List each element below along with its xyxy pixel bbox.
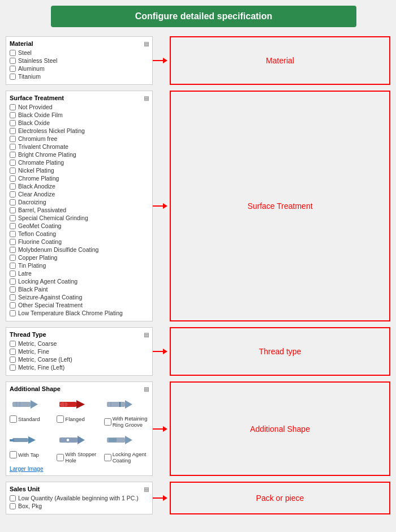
st-checkbox-trivalent[interactable] <box>10 144 16 150</box>
material-checkbox-aluminum[interactable] <box>10 66 16 72</box>
st-checkbox-locking-agent[interactable] <box>10 278 16 285</box>
shape-label-standard: Standard <box>18 416 40 422</box>
thread-type-panel-title: Thread Type <box>10 331 46 338</box>
st-checkbox-copper[interactable] <box>10 255 16 261</box>
st-checkbox-clear-anodize[interactable] <box>10 191 16 198</box>
material-label: Material <box>266 56 294 65</box>
material-panel-title: Material <box>10 40 33 47</box>
surface-treatment-panel-icon[interactable]: ▤ <box>144 95 149 101</box>
svg-rect-0 <box>12 402 31 407</box>
tt-checkbox-metric-coarse[interactable] <box>10 341 16 347</box>
thread-type-label: Thread type <box>259 347 302 356</box>
material-label-box: Material <box>170 36 390 85</box>
material-panel: Material ▤ Steel Stainless Steel Aluminu… <box>6 36 153 85</box>
tt-checkbox-metric-coarse-left[interactable] <box>10 357 16 363</box>
st-checkbox-fluorine[interactable] <box>10 239 16 245</box>
st-checkbox-geomet[interactable] <box>10 223 16 229</box>
shape-label-tap: With Tap <box>18 452 39 458</box>
st-checkbox-barrel[interactable] <box>10 207 16 213</box>
surface-treatment-label-box: Surface Treatment <box>170 91 390 321</box>
shape-checkbox-retaining[interactable] <box>104 418 111 426</box>
material-item-titanium: Titanium <box>10 73 149 80</box>
st-checkbox-teflon[interactable] <box>10 231 16 237</box>
st-checkbox-nickel[interactable] <box>10 168 16 174</box>
st-checkbox-seizure[interactable] <box>10 294 16 301</box>
st-checkbox-tin[interactable] <box>10 263 16 269</box>
larger-image-link[interactable]: Larger Image <box>10 466 43 472</box>
thread-type-label-box: Thread type <box>170 327 390 376</box>
st-checkbox-not-provided[interactable] <box>10 104 16 110</box>
thread-type-panel-icon[interactable]: ▤ <box>144 332 149 338</box>
material-arrow <box>153 36 170 85</box>
svg-marker-14 <box>28 436 36 444</box>
thread-type-panel: Thread Type ▤ Metric, Coarse Metric, Fin… <box>6 327 153 376</box>
additional-shape-panel-icon[interactable]: ▤ <box>144 386 149 392</box>
svg-marker-17 <box>78 436 85 444</box>
svg-marker-20 <box>125 436 132 444</box>
tt-checkbox-metric-fine-left[interactable] <box>10 364 16 371</box>
surface-treatment-panel-title: Surface Treatment <box>10 95 64 101</box>
sales-unit-label-box: Pack or piece <box>170 482 390 514</box>
st-checkbox-dacroizing[interactable] <box>10 199 16 205</box>
shape-svg-flanged <box>57 394 85 414</box>
material-checkbox-steel[interactable] <box>10 50 16 56</box>
st-checkbox-black-paint[interactable] <box>10 286 16 293</box>
sales-unit-arrow <box>153 482 170 514</box>
shape-item-standard: Standard <box>10 394 54 428</box>
svg-point-18 <box>66 439 70 442</box>
shape-svg-tap <box>10 430 38 450</box>
shape-checkbox-standard[interactable] <box>10 415 17 423</box>
shape-checkbox-tap[interactable] <box>10 451 17 458</box>
svg-marker-5 <box>76 400 85 409</box>
surface-treatment-row: Surface Treatment ▤ Not Provided Black O… <box>6 91 390 321</box>
shape-label-stopper: With Stopper Hole <box>65 451 101 464</box>
shape-svg-retaining <box>104 394 132 414</box>
st-checkbox-moly[interactable] <box>10 247 16 253</box>
additional-shape-arrow <box>153 381 170 476</box>
shape-label-locking: Locking Agent Coating <box>113 451 149 464</box>
st-checkbox-bright-chrome[interactable] <box>10 152 16 158</box>
material-checkbox-stainless[interactable] <box>10 58 16 64</box>
svg-marker-10 <box>125 400 132 409</box>
st-checkbox-chrome[interactable] <box>10 175 16 182</box>
shape-item-stopper: With Stopper Hole <box>57 430 101 464</box>
material-item-aluminum: Aluminum <box>10 65 149 72</box>
sales-unit-panel: Sales Unit ▤ Low Quantity (Available beg… <box>6 482 153 514</box>
shape-svg-locking <box>104 430 132 450</box>
additional-shape-panel: Additional Shape ▤ <box>6 381 153 476</box>
svg-point-6 <box>59 402 68 407</box>
shape-item-retaining: With Retaining Ring Groove <box>104 394 149 428</box>
st-checkbox-latre[interactable] <box>10 271 16 277</box>
material-row: Material ▤ Steel Stainless Steel Aluminu… <box>6 36 390 85</box>
st-checkbox-black-oxide-film[interactable] <box>10 112 16 118</box>
su-checkbox-low-qty[interactable] <box>10 495 16 501</box>
shape-svg-standard <box>10 394 38 414</box>
surface-treatment-label: Surface Treatment <box>247 201 312 211</box>
st-checkbox-special-chem[interactable] <box>10 215 16 221</box>
additional-shape-panel-title: Additional Shape <box>10 385 61 392</box>
additional-shape-label-box: Additional Shape <box>170 381 390 476</box>
st-checkbox-low-temp[interactable] <box>10 310 16 316</box>
st-checkbox-black-anodize[interactable] <box>10 183 16 190</box>
material-panel-icon[interactable]: ▤ <box>144 41 149 47</box>
st-checkbox-chromium-free[interactable] <box>10 136 16 142</box>
thread-type-arrow <box>153 327 170 376</box>
tt-checkbox-metric-fine[interactable] <box>10 349 16 355</box>
svg-rect-13 <box>12 438 28 442</box>
surface-treatment-arrow <box>153 91 170 321</box>
additional-shape-label: Additional Shape <box>250 424 310 434</box>
shape-checkbox-flanged[interactable] <box>57 415 64 423</box>
material-checkbox-titanium[interactable] <box>10 74 16 80</box>
st-checkbox-black-oxide[interactable] <box>10 120 16 126</box>
shape-checkbox-stopper[interactable] <box>57 454 64 461</box>
su-checkbox-box[interactable] <box>10 503 16 509</box>
shape-item-locking: Locking Agent Coating <box>104 430 149 464</box>
shape-checkbox-locking[interactable] <box>104 454 111 461</box>
material-item-stainless: Stainless Steel <box>10 57 149 64</box>
sales-unit-panel-icon[interactable]: ▤ <box>144 486 149 492</box>
st-checkbox-electroless[interactable] <box>10 128 16 134</box>
material-item-steel: Steel <box>10 49 149 56</box>
st-checkbox-chromate[interactable] <box>10 160 16 166</box>
svg-rect-15 <box>10 439 14 441</box>
st-checkbox-other[interactable] <box>10 302 16 308</box>
